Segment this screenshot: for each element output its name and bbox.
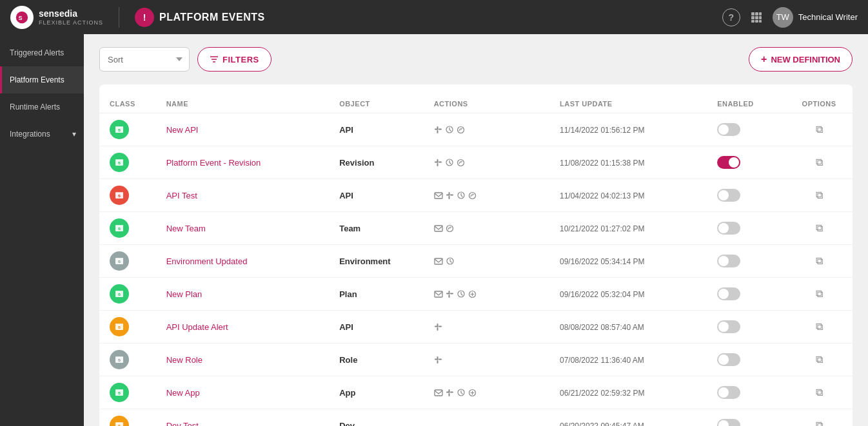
name-cell: API Test xyxy=(156,179,330,212)
class-icon xyxy=(110,120,129,139)
logo-icon: S xyxy=(10,6,34,29)
svg-rect-2 xyxy=(751,12,755,15)
object-cell: Dev xyxy=(329,409,423,427)
lastupdate-cell: 11/08/2022 01:15:38 PM xyxy=(549,146,707,179)
class-icon xyxy=(110,383,129,402)
svg-rect-43 xyxy=(115,291,123,292)
new-def-label: NEW DEFINITION xyxy=(771,55,840,64)
options-cell: ⧉ xyxy=(785,311,853,344)
sidebar-item-triggered-alerts[interactable]: Triggered Alerts xyxy=(0,39,84,66)
sidebar-item-platform-events[interactable]: Platform Events xyxy=(0,66,84,93)
svg-rect-10 xyxy=(759,20,762,23)
slack-icon xyxy=(434,356,442,364)
sort-select[interactable]: Sort xyxy=(99,47,190,72)
event-name-link[interactable]: New Role xyxy=(166,355,202,365)
copy-icon[interactable]: ⧉ xyxy=(816,321,823,332)
event-name-link[interactable]: Platform Event - Revision xyxy=(166,158,261,168)
grid-icon[interactable] xyxy=(751,12,762,23)
copy-icon[interactable]: ⧉ xyxy=(816,157,823,168)
event-name-link[interactable]: Environment Updated xyxy=(166,257,248,266)
email-icon xyxy=(434,258,443,265)
event-name-link[interactable]: API Update Alert xyxy=(166,322,228,332)
copy-icon[interactable]: ⧉ xyxy=(816,354,823,365)
email-icon xyxy=(434,291,443,298)
enabled-toggle[interactable] xyxy=(717,156,740,169)
svg-rect-36 xyxy=(115,225,123,226)
copy-icon[interactable]: ⧉ xyxy=(816,288,823,299)
webhook2-icon xyxy=(468,389,477,397)
col-header-options: OPTIONS xyxy=(785,95,853,113)
object-value: Dev xyxy=(339,421,355,427)
copy-icon[interactable]: ⧉ xyxy=(816,420,823,426)
avatar: TW xyxy=(773,7,793,28)
object-cell: Team xyxy=(329,212,423,245)
actions-cell xyxy=(424,344,549,376)
svg-rect-30 xyxy=(435,193,442,198)
svg-rect-69 xyxy=(450,391,453,392)
actions-cell xyxy=(424,179,549,212)
enabled-cell xyxy=(707,344,785,376)
svg-rect-34 xyxy=(450,194,453,195)
enabled-toggle[interactable] xyxy=(717,320,740,333)
action-icons xyxy=(434,323,539,331)
enabled-toggle[interactable] xyxy=(717,222,740,235)
table-row: New API API 11/14/2022 01:56:12 PM ⧉ xyxy=(99,113,853,146)
action-icons xyxy=(434,257,539,266)
svg-rect-51 xyxy=(115,324,123,325)
sidebar-item-runtime-alerts[interactable]: Runtime Alerts xyxy=(0,93,84,121)
name-cell: API Update Alert xyxy=(156,311,330,344)
svg-rect-65 xyxy=(435,390,442,396)
enabled-cell xyxy=(707,311,785,344)
svg-rect-33 xyxy=(448,196,449,199)
enabled-toggle[interactable] xyxy=(717,255,740,267)
table-header: CLASS NAME OBJECT ACTIONS LAST UPDATE EN… xyxy=(99,95,853,113)
copy-icon[interactable]: ⧉ xyxy=(816,387,823,398)
svg-rect-60 xyxy=(435,358,439,360)
object-value: Revision xyxy=(339,158,374,168)
object-value: Environment xyxy=(339,257,390,266)
name-cell: New Team xyxy=(156,212,330,245)
plus-icon: + xyxy=(761,53,767,65)
col-header-lastupdate: LAST UPDATE xyxy=(549,95,707,113)
help-button[interactable]: ? xyxy=(722,8,740,26)
enabled-toggle[interactable] xyxy=(717,386,740,399)
email-icon xyxy=(434,192,443,199)
enabled-toggle[interactable] xyxy=(717,123,740,136)
slack-icon xyxy=(434,323,442,331)
copy-icon[interactable]: ⧉ xyxy=(816,189,823,200)
event-name-link[interactable]: New Plan xyxy=(166,289,202,299)
enabled-toggle[interactable] xyxy=(717,189,740,202)
copy-icon[interactable]: ⧉ xyxy=(816,124,823,135)
email-icon xyxy=(434,389,443,396)
svg-rect-9 xyxy=(755,20,758,23)
event-name-link[interactable]: New Team xyxy=(166,224,206,233)
class-cell xyxy=(99,376,156,409)
enabled-toggle[interactable] xyxy=(717,419,740,426)
name-cell: New API xyxy=(156,113,330,146)
svg-rect-24 xyxy=(435,161,439,162)
event-name-link[interactable]: New App xyxy=(166,388,200,398)
platform-events-icon xyxy=(135,8,154,27)
action-icons xyxy=(434,388,539,397)
enabled-toggle[interactable] xyxy=(717,353,740,366)
new-definition-button[interactable]: + NEW DEFINITION xyxy=(749,47,853,72)
event-name-link[interactable]: New API xyxy=(166,125,199,135)
name-cell: Platform Event - Revision xyxy=(156,146,330,179)
event-name-link[interactable]: Dev Test xyxy=(166,421,199,427)
object-cell: API xyxy=(329,311,423,344)
class-cell xyxy=(99,409,156,427)
events-table: CLASS NAME OBJECT ACTIONS LAST UPDATE EN… xyxy=(99,95,853,426)
copy-icon[interactable]: ⧉ xyxy=(816,255,823,266)
sidebar-item-integrations[interactable]: Integrations ▾ xyxy=(0,121,84,148)
class-icon xyxy=(110,251,129,271)
col-header-class: CLASS xyxy=(99,95,156,113)
actions-cell xyxy=(424,409,549,427)
enabled-toggle[interactable] xyxy=(717,287,740,300)
table-container: CLASS NAME OBJECT ACTIONS LAST UPDATE EN… xyxy=(99,84,853,426)
svg-rect-25 xyxy=(437,163,438,166)
svg-text:S: S xyxy=(19,14,23,21)
user-area[interactable]: TW Technical Writer xyxy=(773,7,858,28)
copy-icon[interactable]: ⧉ xyxy=(816,222,823,233)
event-name-link[interactable]: API Test xyxy=(166,191,197,200)
filters-button[interactable]: FILTERS xyxy=(197,47,271,72)
